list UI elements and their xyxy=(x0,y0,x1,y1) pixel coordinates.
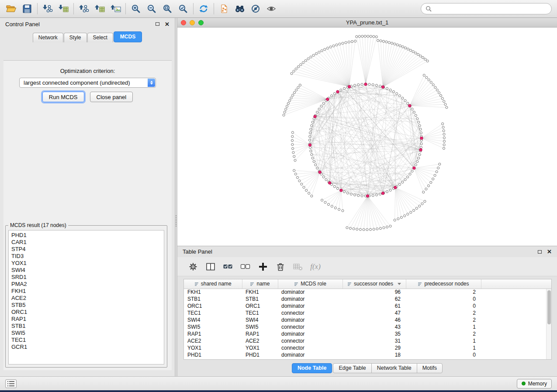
ring-node[interactable] xyxy=(415,164,417,166)
leaf-node[interactable] xyxy=(377,39,379,41)
ring-node[interactable] xyxy=(372,83,374,86)
show-details-button[interactable] xyxy=(263,1,279,16)
leaf-node[interactable] xyxy=(312,54,315,56)
ring-node[interactable] xyxy=(407,176,409,178)
ring-node[interactable] xyxy=(419,154,421,156)
import-table-button[interactable] xyxy=(55,1,71,16)
mcds-result-item[interactable]: STB1 xyxy=(11,323,164,330)
ring-node[interactable] xyxy=(361,83,363,86)
leaf-node[interactable] xyxy=(421,203,423,205)
mcds-result-item[interactable]: YOX1 xyxy=(11,260,164,267)
leaf-node[interactable] xyxy=(397,218,399,220)
leaf-node[interactable] xyxy=(327,203,329,206)
leaf-node[interactable] xyxy=(370,35,372,38)
leaf-node[interactable] xyxy=(373,35,375,38)
leaf-node[interactable] xyxy=(291,72,293,75)
scrollbar-thumb[interactable] xyxy=(547,290,551,324)
leaf-node[interactable] xyxy=(311,195,313,197)
run-mcds-button[interactable]: Run MCDS xyxy=(42,92,84,102)
ring-node[interactable] xyxy=(416,160,419,162)
leaf-node[interactable] xyxy=(324,48,326,51)
close-panel-icon[interactable]: ✕ xyxy=(547,249,552,254)
leaf-node[interactable] xyxy=(400,216,402,218)
float-window-icon[interactable] xyxy=(538,250,542,254)
leaf-node[interactable] xyxy=(363,228,365,230)
ring-node[interactable] xyxy=(309,135,311,138)
search-network-button[interactable] xyxy=(232,1,248,16)
ring-node[interactable] xyxy=(311,154,313,156)
ring-node[interactable] xyxy=(353,84,356,86)
ring-node[interactable] xyxy=(313,160,315,162)
leaf-node[interactable] xyxy=(291,139,293,141)
ring-node[interactable] xyxy=(372,194,374,196)
refresh-button[interactable] xyxy=(196,1,211,16)
mcds-result-item[interactable]: RAP1 xyxy=(11,316,164,323)
mcds-hub-node[interactable] xyxy=(326,98,329,100)
leaf-node[interactable] xyxy=(394,219,396,221)
float-window-icon[interactable] xyxy=(156,22,159,26)
leaf-node[interactable] xyxy=(364,35,366,37)
leaf-node[interactable] xyxy=(291,135,294,138)
leaf-node[interactable] xyxy=(318,51,320,53)
leaf-node[interactable] xyxy=(410,211,412,213)
leaf-node[interactable] xyxy=(437,167,439,169)
leaf-node[interactable] xyxy=(292,148,294,150)
leaf-node[interactable] xyxy=(443,147,445,149)
leaf-node[interactable] xyxy=(293,169,295,172)
leaf-node[interactable] xyxy=(298,180,301,182)
leaf-node[interactable] xyxy=(443,133,445,135)
close-panel-icon[interactable]: ✕ xyxy=(165,21,170,27)
table-row[interactable]: STB1STB1dominator620 xyxy=(184,296,551,303)
mcds-result-item[interactable]: PHD1 xyxy=(11,232,164,239)
table-row[interactable]: ORC1ORC1dominator610 xyxy=(184,303,551,309)
leaf-node[interactable] xyxy=(321,199,323,201)
ring-node[interactable] xyxy=(322,176,325,178)
ring-node[interactable] xyxy=(309,146,311,148)
leaf-node[interactable] xyxy=(386,226,388,228)
leaf-node[interactable] xyxy=(412,51,414,53)
leaf-node[interactable] xyxy=(331,205,333,207)
leaf-node[interactable] xyxy=(446,106,448,108)
ring-node[interactable] xyxy=(419,124,421,127)
leaf-node[interactable] xyxy=(425,188,427,190)
leaf-node[interactable] xyxy=(417,53,419,55)
ring-node[interactable] xyxy=(389,189,391,191)
close-panel-button[interactable]: Close panel xyxy=(90,92,133,102)
ring-node[interactable] xyxy=(316,111,318,113)
show-column-button[interactable] xyxy=(204,260,218,274)
leaf-node[interactable] xyxy=(439,94,442,96)
mcds-hub-node[interactable] xyxy=(348,85,350,88)
leaf-node[interactable] xyxy=(436,171,438,173)
leaf-node[interactable] xyxy=(292,151,294,154)
leaf-node[interactable] xyxy=(376,228,378,230)
ring-node[interactable] xyxy=(350,193,352,195)
ring-node[interactable] xyxy=(318,108,320,110)
leaf-node[interactable] xyxy=(442,126,444,128)
mcds-result-item[interactable]: ACE2 xyxy=(11,295,164,302)
leaf-node[interactable] xyxy=(295,89,297,91)
deselect-all-button[interactable] xyxy=(239,260,253,274)
leaf-node[interactable] xyxy=(297,86,299,89)
ring-node[interactable] xyxy=(315,164,317,166)
ring-node[interactable] xyxy=(386,87,388,89)
ring-node[interactable] xyxy=(336,187,339,189)
export-network-button[interactable] xyxy=(76,1,92,16)
leaf-node[interactable] xyxy=(407,213,409,215)
leaf-node[interactable] xyxy=(293,70,295,72)
table-scrollbar[interactable] xyxy=(546,289,551,359)
leaf-node[interactable] xyxy=(348,41,350,43)
mcds-hub-node[interactable] xyxy=(413,167,415,169)
leaf-node[interactable] xyxy=(291,143,294,145)
ring-node[interactable] xyxy=(420,132,422,134)
ring-node[interactable] xyxy=(389,89,391,91)
leaf-node[interactable] xyxy=(367,35,369,37)
leaf-node[interactable] xyxy=(361,35,363,38)
ring-node[interactable] xyxy=(330,95,332,97)
tab-network[interactable]: Network xyxy=(33,33,63,42)
leaf-node[interactable] xyxy=(373,228,375,230)
ring-node[interactable] xyxy=(420,146,422,148)
mcds-result-item[interactable]: SRD1 xyxy=(11,274,164,281)
leaf-node[interactable] xyxy=(358,35,360,38)
ring-node[interactable] xyxy=(413,111,415,113)
leaf-node[interactable] xyxy=(426,60,429,62)
